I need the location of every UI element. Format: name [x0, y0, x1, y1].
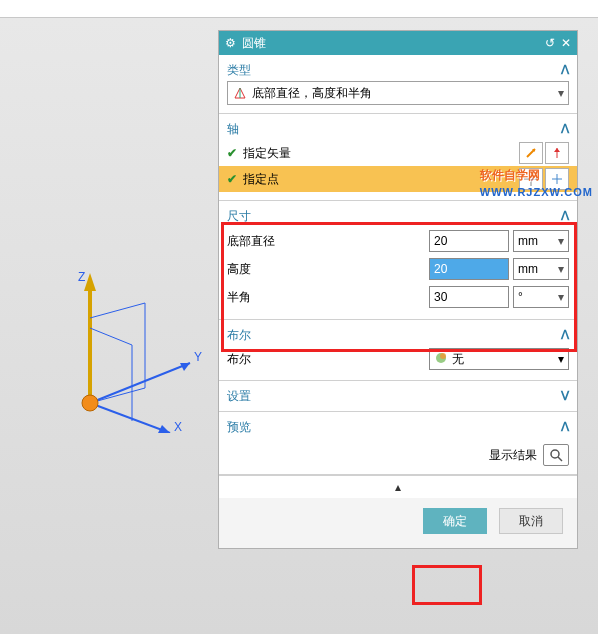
svg-line-0 [90, 403, 170, 433]
point-dialog-button[interactable] [545, 168, 569, 190]
axes-widget: X Y Z [40, 263, 220, 433]
chevron-down-icon: ▾ [558, 352, 564, 366]
cone-type-icon [232, 86, 248, 100]
halfangle-input[interactable] [429, 286, 509, 308]
caret-up-icon: ᐱ [561, 420, 569, 434]
chevron-down-icon: ▾ [558, 234, 564, 248]
height-input[interactable] [429, 258, 509, 280]
svg-point-25 [551, 450, 559, 458]
svg-line-26 [558, 457, 562, 461]
none-icon [434, 351, 448, 368]
section-type: 类型 ᐱ 底部直径，高度和半角 ▾ [219, 55, 577, 114]
svg-marker-17 [554, 148, 560, 152]
section-settings: 设置 ᐯ [219, 381, 577, 412]
svg-point-24 [440, 353, 446, 359]
caret-up-icon: ᐱ [561, 328, 569, 342]
svg-point-11 [82, 395, 98, 411]
dim-row-height: 高度 mm▾ [227, 255, 569, 283]
undock-icon[interactable]: ↺ [545, 36, 555, 50]
section-head-bool[interactable]: 布尔 ᐱ [227, 324, 569, 346]
diameter-unit-select[interactable]: mm▾ [513, 230, 569, 252]
bool-row: 布尔 无 ▾ [227, 346, 569, 372]
chevron-down-icon: ▾ [558, 86, 564, 100]
chevron-down-icon: ▾ [558, 262, 564, 276]
svg-line-9 [90, 328, 132, 345]
app-topbar [0, 0, 598, 18]
halfangle-unit-select[interactable]: °▾ [513, 286, 569, 308]
height-unit-select[interactable]: mm▾ [513, 258, 569, 280]
caret-up-icon: ᐱ [561, 122, 569, 136]
check-icon: ✔ [227, 172, 237, 186]
check-icon: ✔ [227, 146, 237, 160]
dim-row-diameter: 底部直径 mm▾ [227, 227, 569, 255]
close-icon[interactable]: ✕ [561, 36, 571, 50]
gear-icon: ⚙ [225, 36, 236, 50]
svg-line-8 [90, 388, 145, 403]
section-boolean: 布尔 ᐱ 布尔 无 ▾ [219, 320, 577, 381]
dim-row-halfangle: 半角 °▾ [227, 283, 569, 311]
expand-footer[interactable]: ▴ [219, 475, 577, 498]
show-result-button[interactable] [543, 444, 569, 466]
axis-y-label: Y [194, 350, 202, 364]
vector-picker-button[interactable] [519, 142, 543, 164]
ok-button[interactable]: 确定 [423, 508, 487, 534]
button-bar: 确定 取消 [219, 498, 577, 548]
section-axis: 轴 ᐱ ✔ 指定矢量 ✔ 指定点 [219, 114, 577, 201]
section-preview: 预览 ᐱ 显示结果 [219, 412, 577, 475]
axis-point-row[interactable]: ✔ 指定点 [219, 166, 577, 192]
vector-flip-button[interactable] [545, 142, 569, 164]
section-dimensions: 尺寸 ᐱ 底部直径 mm▾ 高度 mm▾ 半角 °▾ [219, 201, 577, 320]
type-dropdown[interactable]: 底部直径，高度和半角 ▾ [227, 81, 569, 105]
section-head-settings[interactable]: 设置 ᐯ [227, 385, 569, 407]
axis-z-label: Z [78, 270, 85, 284]
show-result-label: 显示结果 [489, 447, 537, 464]
section-head-axis[interactable]: 轴 ᐱ [227, 118, 569, 140]
svg-marker-5 [84, 273, 96, 291]
axis-vector-row[interactable]: ✔ 指定矢量 [227, 140, 569, 166]
section-head-preview[interactable]: 预览 ᐱ [227, 416, 569, 438]
svg-line-2 [90, 363, 190, 403]
dialog-header[interactable]: ⚙ 圆锥 ↺ ✕ [219, 31, 577, 55]
cone-dialog: ⚙ 圆锥 ↺ ✕ 类型 ᐱ 底部直径，高度和半角 ▾ 轴 ᐱ ✔ 指定矢量 [218, 30, 578, 549]
chevron-down-icon: ▾ [558, 290, 564, 304]
axis-x-label: X [174, 420, 182, 433]
caret-down-icon: ᐯ [561, 389, 569, 403]
section-head-type[interactable]: 类型 ᐱ [227, 59, 569, 81]
point-picker-button[interactable] [519, 168, 543, 190]
cancel-button[interactable]: 取消 [499, 508, 563, 534]
bool-select[interactable]: 无 ▾ [429, 348, 569, 370]
caret-up-icon: ᐱ [561, 63, 569, 77]
section-head-dim[interactable]: 尺寸 ᐱ [227, 205, 569, 227]
diameter-input[interactable] [429, 230, 509, 252]
dialog-title: 圆锥 [242, 35, 539, 52]
svg-line-6 [90, 303, 145, 318]
caret-up-icon: ᐱ [561, 209, 569, 223]
